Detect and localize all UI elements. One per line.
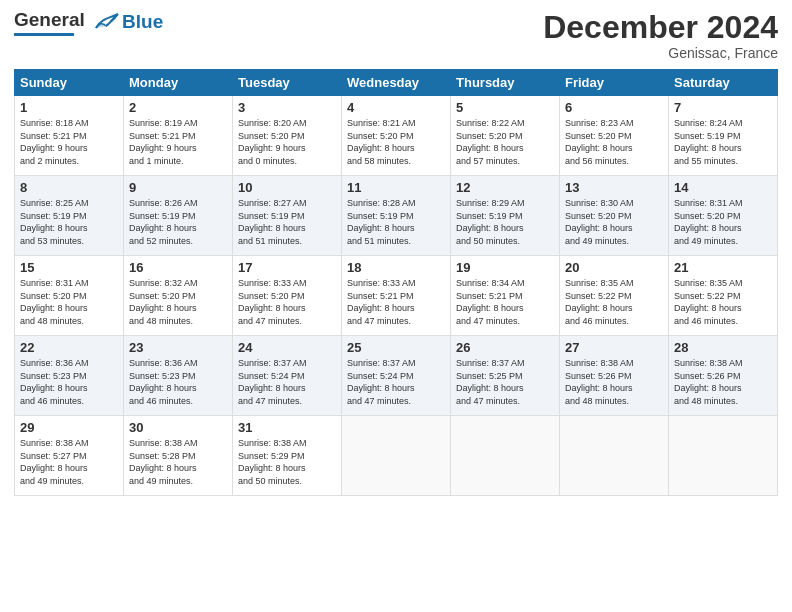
calendar-cell: 19Sunrise: 8:34 AM Sunset: 5:21 PM Dayli… <box>451 256 560 336</box>
day-info: Sunrise: 8:36 AM Sunset: 5:23 PM Dayligh… <box>20 357 118 407</box>
title-block: December 2024 Genissac, France <box>543 10 778 61</box>
day-info: Sunrise: 8:33 AM Sunset: 5:20 PM Dayligh… <box>238 277 336 327</box>
calendar-week-row: 1Sunrise: 8:18 AM Sunset: 5:21 PM Daylig… <box>15 96 778 176</box>
calendar-cell: 21Sunrise: 8:35 AM Sunset: 5:22 PM Dayli… <box>669 256 778 336</box>
day-info: Sunrise: 8:30 AM Sunset: 5:20 PM Dayligh… <box>565 197 663 247</box>
day-number: 26 <box>456 340 554 355</box>
logo-blue: Blue <box>122 12 163 31</box>
page-container: General Blue December 2024 Genissac, Fra… <box>0 0 792 504</box>
day-number: 2 <box>129 100 227 115</box>
calendar-cell: 27Sunrise: 8:38 AM Sunset: 5:26 PM Dayli… <box>560 336 669 416</box>
calendar-cell: 20Sunrise: 8:35 AM Sunset: 5:22 PM Dayli… <box>560 256 669 336</box>
day-info: Sunrise: 8:32 AM Sunset: 5:20 PM Dayligh… <box>129 277 227 327</box>
calendar-cell: 3Sunrise: 8:20 AM Sunset: 5:20 PM Daylig… <box>233 96 342 176</box>
day-info: Sunrise: 8:31 AM Sunset: 5:20 PM Dayligh… <box>674 197 772 247</box>
calendar-cell: 10Sunrise: 8:27 AM Sunset: 5:19 PM Dayli… <box>233 176 342 256</box>
calendar-cell: 17Sunrise: 8:33 AM Sunset: 5:20 PM Dayli… <box>233 256 342 336</box>
day-info: Sunrise: 8:37 AM Sunset: 5:25 PM Dayligh… <box>456 357 554 407</box>
calendar-cell: 22Sunrise: 8:36 AM Sunset: 5:23 PM Dayli… <box>15 336 124 416</box>
day-number: 5 <box>456 100 554 115</box>
day-number: 22 <box>20 340 118 355</box>
day-info: Sunrise: 8:35 AM Sunset: 5:22 PM Dayligh… <box>674 277 772 327</box>
day-number: 31 <box>238 420 336 435</box>
calendar-cell: 6Sunrise: 8:23 AM Sunset: 5:20 PM Daylig… <box>560 96 669 176</box>
day-info: Sunrise: 8:18 AM Sunset: 5:21 PM Dayligh… <box>20 117 118 167</box>
col-friday: Friday <box>560 70 669 96</box>
day-number: 15 <box>20 260 118 275</box>
day-number: 19 <box>456 260 554 275</box>
calendar-cell: 4Sunrise: 8:21 AM Sunset: 5:20 PM Daylig… <box>342 96 451 176</box>
day-info: Sunrise: 8:33 AM Sunset: 5:21 PM Dayligh… <box>347 277 445 327</box>
day-info: Sunrise: 8:29 AM Sunset: 5:19 PM Dayligh… <box>456 197 554 247</box>
calendar-cell: 1Sunrise: 8:18 AM Sunset: 5:21 PM Daylig… <box>15 96 124 176</box>
calendar-cell: 13Sunrise: 8:30 AM Sunset: 5:20 PM Dayli… <box>560 176 669 256</box>
logo-underline <box>14 33 74 36</box>
day-info: Sunrise: 8:25 AM Sunset: 5:19 PM Dayligh… <box>20 197 118 247</box>
calendar-cell: 15Sunrise: 8:31 AM Sunset: 5:20 PM Dayli… <box>15 256 124 336</box>
calendar-cell <box>451 416 560 496</box>
col-saturday: Saturday <box>669 70 778 96</box>
day-number: 20 <box>565 260 663 275</box>
calendar-cell: 25Sunrise: 8:37 AM Sunset: 5:24 PM Dayli… <box>342 336 451 416</box>
calendar-table: Sunday Monday Tuesday Wednesday Thursday… <box>14 69 778 496</box>
day-number: 10 <box>238 180 336 195</box>
day-number: 27 <box>565 340 663 355</box>
calendar-cell: 7Sunrise: 8:24 AM Sunset: 5:19 PM Daylig… <box>669 96 778 176</box>
day-info: Sunrise: 8:37 AM Sunset: 5:24 PM Dayligh… <box>347 357 445 407</box>
day-number: 14 <box>674 180 772 195</box>
month-title: December 2024 <box>543 10 778 45</box>
calendar-cell <box>342 416 451 496</box>
calendar-cell: 9Sunrise: 8:26 AM Sunset: 5:19 PM Daylig… <box>124 176 233 256</box>
calendar-cell: 26Sunrise: 8:37 AM Sunset: 5:25 PM Dayli… <box>451 336 560 416</box>
calendar-cell: 14Sunrise: 8:31 AM Sunset: 5:20 PM Dayli… <box>669 176 778 256</box>
day-number: 18 <box>347 260 445 275</box>
location-subtitle: Genissac, France <box>543 45 778 61</box>
day-info: Sunrise: 8:37 AM Sunset: 5:24 PM Dayligh… <box>238 357 336 407</box>
calendar-cell: 8Sunrise: 8:25 AM Sunset: 5:19 PM Daylig… <box>15 176 124 256</box>
day-number: 8 <box>20 180 118 195</box>
col-sunday: Sunday <box>15 70 124 96</box>
day-info: Sunrise: 8:24 AM Sunset: 5:19 PM Dayligh… <box>674 117 772 167</box>
day-number: 3 <box>238 100 336 115</box>
col-thursday: Thursday <box>451 70 560 96</box>
logo-general: General <box>14 9 85 30</box>
day-info: Sunrise: 8:38 AM Sunset: 5:29 PM Dayligh… <box>238 437 336 487</box>
header: General Blue December 2024 Genissac, Fra… <box>14 10 778 61</box>
day-info: Sunrise: 8:26 AM Sunset: 5:19 PM Dayligh… <box>129 197 227 247</box>
day-info: Sunrise: 8:38 AM Sunset: 5:26 PM Dayligh… <box>565 357 663 407</box>
day-info: Sunrise: 8:21 AM Sunset: 5:20 PM Dayligh… <box>347 117 445 167</box>
calendar-cell: 5Sunrise: 8:22 AM Sunset: 5:20 PM Daylig… <box>451 96 560 176</box>
header-row: Sunday Monday Tuesday Wednesday Thursday… <box>15 70 778 96</box>
calendar-week-row: 8Sunrise: 8:25 AM Sunset: 5:19 PM Daylig… <box>15 176 778 256</box>
col-wednesday: Wednesday <box>342 70 451 96</box>
calendar-cell: 30Sunrise: 8:38 AM Sunset: 5:28 PM Dayli… <box>124 416 233 496</box>
col-tuesday: Tuesday <box>233 70 342 96</box>
day-number: 7 <box>674 100 772 115</box>
day-number: 16 <box>129 260 227 275</box>
day-number: 9 <box>129 180 227 195</box>
calendar-cell: 16Sunrise: 8:32 AM Sunset: 5:20 PM Dayli… <box>124 256 233 336</box>
calendar-cell: 18Sunrise: 8:33 AM Sunset: 5:21 PM Dayli… <box>342 256 451 336</box>
day-number: 30 <box>129 420 227 435</box>
day-info: Sunrise: 8:20 AM Sunset: 5:20 PM Dayligh… <box>238 117 336 167</box>
day-number: 21 <box>674 260 772 275</box>
day-number: 25 <box>347 340 445 355</box>
day-number: 23 <box>129 340 227 355</box>
day-info: Sunrise: 8:38 AM Sunset: 5:28 PM Dayligh… <box>129 437 227 487</box>
day-number: 1 <box>20 100 118 115</box>
calendar-cell: 11Sunrise: 8:28 AM Sunset: 5:19 PM Dayli… <box>342 176 451 256</box>
calendar-cell: 28Sunrise: 8:38 AM Sunset: 5:26 PM Dayli… <box>669 336 778 416</box>
day-number: 6 <box>565 100 663 115</box>
day-info: Sunrise: 8:34 AM Sunset: 5:21 PM Dayligh… <box>456 277 554 327</box>
day-number: 4 <box>347 100 445 115</box>
calendar-cell: 23Sunrise: 8:36 AM Sunset: 5:23 PM Dayli… <box>124 336 233 416</box>
day-info: Sunrise: 8:38 AM Sunset: 5:27 PM Dayligh… <box>20 437 118 487</box>
calendar-week-row: 15Sunrise: 8:31 AM Sunset: 5:20 PM Dayli… <box>15 256 778 336</box>
calendar-cell <box>669 416 778 496</box>
calendar-week-row: 22Sunrise: 8:36 AM Sunset: 5:23 PM Dayli… <box>15 336 778 416</box>
day-info: Sunrise: 8:19 AM Sunset: 5:21 PM Dayligh… <box>129 117 227 167</box>
day-number: 17 <box>238 260 336 275</box>
day-info: Sunrise: 8:36 AM Sunset: 5:23 PM Dayligh… <box>129 357 227 407</box>
day-number: 29 <box>20 420 118 435</box>
day-number: 24 <box>238 340 336 355</box>
